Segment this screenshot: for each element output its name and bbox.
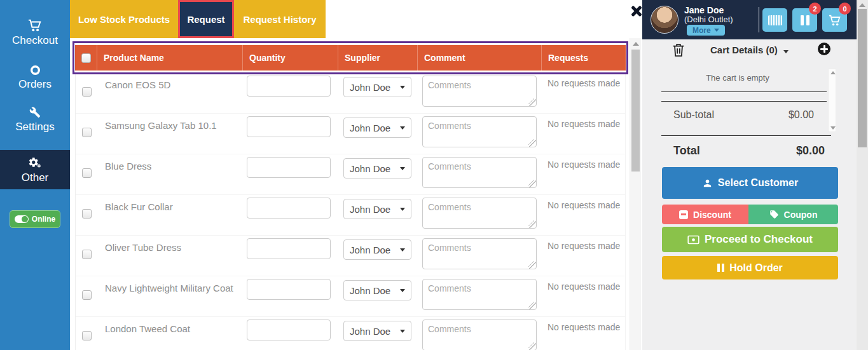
tab-request[interactable]: Request — [178, 0, 234, 38]
sidebar-item-label: Orders — [0, 78, 70, 91]
close-icon[interactable] — [630, 4, 644, 18]
chevron-down-icon — [400, 248, 405, 252]
coupon-label: Coupon — [784, 210, 818, 220]
page-scrollbar[interactable] — [857, 0, 868, 350]
scroll-up-icon[interactable] — [633, 42, 639, 46]
total-value: $0.00 — [796, 144, 825, 158]
supplier-selected-value: John Doe — [350, 163, 390, 174]
scrollbar-thumb[interactable] — [858, 9, 867, 147]
coupon-button[interactable]: Coupon — [748, 205, 838, 224]
comment-cell — [418, 236, 542, 276]
supplier-select[interactable]: John Doe — [343, 77, 411, 97]
quantity-input[interactable] — [247, 279, 331, 300]
row-checkbox-cell — [76, 276, 97, 316]
select-all-checkbox[interactable] — [81, 53, 91, 63]
proceed-label: Proceed to Checkout — [705, 233, 813, 246]
scroll-down-icon[interactable] — [830, 126, 836, 130]
tab-request-history[interactable]: Request History — [234, 0, 326, 38]
avatar[interactable] — [651, 6, 679, 34]
comment-textarea[interactable] — [422, 116, 537, 147]
select-customer-button[interactable]: Select Customer — [662, 167, 838, 199]
chevron-down-icon — [783, 50, 789, 53]
supplier-select[interactable]: John Doe — [343, 118, 411, 138]
comment-textarea[interactable] — [422, 198, 537, 229]
discount-button[interactable]: Discount — [662, 205, 748, 224]
barcode-button[interactable] — [762, 8, 787, 32]
supplier-select[interactable]: John Doe — [343, 158, 411, 178]
total-label: Total — [673, 144, 700, 158]
money-icon — [687, 235, 699, 245]
gears-icon — [0, 158, 70, 169]
chevron-down-icon — [400, 86, 405, 89]
header-supplier: Supplier — [338, 45, 417, 71]
toggle-icon — [15, 215, 29, 223]
quantity-input[interactable] — [247, 157, 331, 178]
comment-cell — [418, 195, 542, 235]
sidebar-item-checkout[interactable]: Checkout — [0, 19, 70, 47]
comment-textarea[interactable] — [422, 320, 537, 350]
comment-textarea[interactable] — [422, 76, 537, 107]
tags-icon — [769, 210, 779, 219]
sidebar-item-other[interactable]: Other — [0, 150, 70, 189]
more-button[interactable]: More — [687, 25, 725, 36]
row-checkbox[interactable] — [82, 331, 92, 340]
supplier-select[interactable]: John Doe — [343, 280, 411, 300]
scrollbar-thumb[interactable] — [631, 50, 640, 172]
online-toggle[interactable]: Online — [10, 210, 60, 228]
row-checkbox-cell — [76, 114, 97, 154]
comment-textarea[interactable] — [422, 157, 537, 188]
main-scrollbar[interactable] — [630, 38, 641, 350]
select-customer-label: Select Customer — [718, 177, 798, 189]
add-item-icon[interactable] — [818, 43, 830, 55]
supplier-selected-value: John Doe — [350, 82, 390, 93]
table-row: Navy Lightweight Military Coat John Doe … — [76, 276, 625, 317]
table-row: Blue Dress John Doe No requests made — [76, 154, 625, 195]
pause-icon — [717, 264, 724, 272]
supplier-select[interactable]: John Doe — [343, 239, 411, 260]
row-checkbox[interactable] — [82, 290, 92, 300]
header-requests: Requests — [541, 45, 626, 71]
held-orders-badge: 2 — [809, 3, 821, 15]
quantity-cell — [243, 276, 338, 316]
quantity-cell — [243, 114, 338, 154]
cart-toolbar: Cart Details (0) — [642, 41, 857, 61]
header-comment: Comment — [417, 45, 541, 71]
row-checkbox[interactable] — [82, 128, 92, 137]
supplier-cell: John Doe — [338, 73, 418, 113]
quantity-input[interactable] — [247, 238, 331, 259]
proceed-to-checkout-button[interactable]: Proceed to Checkout — [662, 227, 838, 252]
user-outlet: (Delhi Outlet) — [684, 15, 733, 24]
quantity-input[interactable] — [247, 320, 331, 340]
scroll-up-icon[interactable] — [830, 71, 836, 74]
sidebar-item-settings[interactable]: Settings — [0, 107, 70, 133]
subtotal-value: $0.00 — [789, 109, 814, 121]
chevron-down-icon — [714, 29, 719, 32]
sidebar-item-orders[interactable]: Orders — [0, 65, 70, 91]
chevron-down-icon — [400, 208, 405, 211]
cart-inner-scrollbar[interactable] — [828, 69, 836, 132]
quantity-input[interactable] — [247, 116, 331, 137]
requests-status: No requests made — [542, 73, 625, 113]
row-checkbox[interactable] — [82, 209, 92, 219]
table-row: Black Fur Collar John Doe No requests ma… — [76, 195, 625, 236]
row-checkbox[interactable] — [82, 250, 92, 259]
row-checkbox[interactable] — [82, 168, 92, 178]
quantity-input[interactable] — [247, 198, 331, 219]
supplier-select[interactable]: John Doe — [343, 321, 411, 341]
supplier-selected-value: John Doe — [350, 285, 390, 296]
supplier-select[interactable]: John Doe — [343, 199, 411, 219]
held-orders-button[interactable]: 2 — [792, 8, 817, 32]
quantity-input[interactable] — [247, 76, 331, 97]
table-row: Oliver Tube Dress John Doe No requests m… — [76, 236, 625, 276]
comment-textarea[interactable] — [422, 279, 537, 310]
hold-order-button[interactable]: Hold Order — [662, 256, 838, 279]
scroll-up-icon[interactable] — [859, 3, 865, 7]
comment-textarea[interactable] — [422, 238, 537, 269]
cart-button[interactable]: 0 — [822, 8, 847, 32]
tab-low-stock-products[interactable]: Low Stock Products — [70, 0, 178, 38]
cart-icon — [829, 15, 841, 26]
row-checkbox[interactable] — [82, 87, 92, 97]
sidebar-item-label: Settings — [0, 121, 70, 133]
cart-panel: Jane Doe (Delhi Outlet) More 2 0 — [642, 0, 857, 350]
hold-order-label: Hold Order — [729, 262, 783, 274]
